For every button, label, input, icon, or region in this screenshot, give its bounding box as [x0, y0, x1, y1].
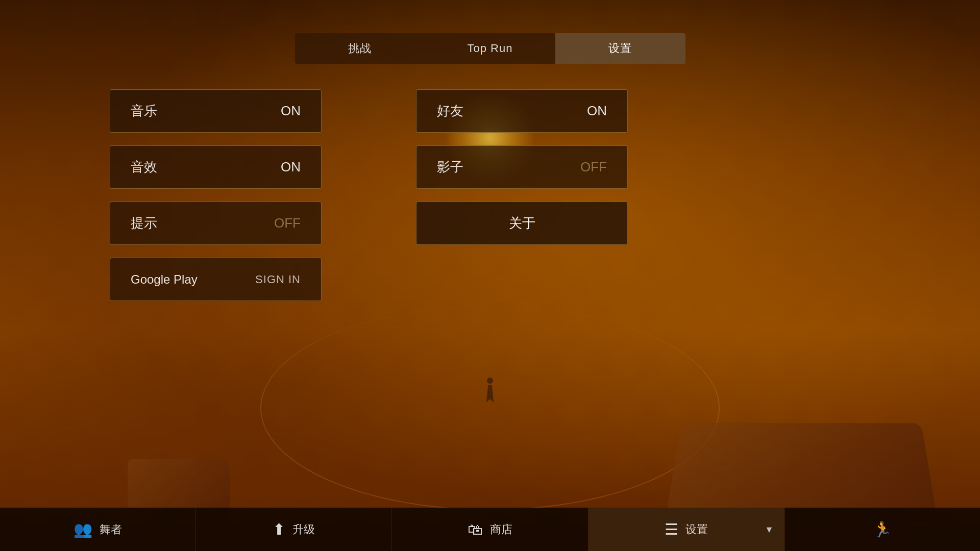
tab-challenge[interactable]: 挑战 [295, 33, 425, 64]
tab-toprun[interactable]: Top Run [425, 33, 555, 64]
shop-icon: 🛍 [468, 521, 483, 538]
nav-shop[interactable]: 🛍 商店 [392, 508, 588, 551]
about-label: 关于 [509, 214, 535, 232]
nav-runner[interactable]: 🏃 [785, 508, 980, 551]
friends-value: ON [587, 103, 607, 119]
dancers-label: 舞者 [100, 522, 122, 537]
dancers-icon: 👥 [74, 520, 92, 538]
shadow-value: OFF [580, 159, 607, 175]
shadow-label: 影子 [437, 158, 463, 176]
runner-icon: 🏃 [873, 520, 892, 538]
nav-dancers[interactable]: 👥 舞者 [0, 508, 196, 551]
sign-in-label: SIGN IN [255, 273, 301, 286]
bottom-nav: 👥 舞者 ⬆ 升级 🛍 商店 ☰ 设置 ▼ 🏃 [0, 508, 980, 551]
music-label: 音乐 [131, 102, 157, 120]
tips-label: 提示 [131, 214, 157, 232]
nav-upgrade[interactable]: ⬆ 升级 [196, 508, 392, 551]
tips-value: OFF [274, 215, 301, 231]
settings-nav-icon: ☰ [665, 520, 678, 538]
google-play-signin-button[interactable]: Google Play SIGN IN [110, 258, 322, 301]
nav-settings[interactable]: ☰ 设置 ▼ [589, 508, 785, 551]
settings-nav-label: 设置 [685, 522, 708, 537]
shop-label: 商店 [490, 522, 512, 537]
friends-toggle[interactable]: 好友 ON [416, 89, 628, 133]
google-play-label: Google Play [131, 272, 198, 287]
left-settings-col: 音乐 ON 音效 ON 提示 OFF Google Play SIGN IN [110, 89, 322, 301]
music-value: ON [281, 103, 301, 119]
tab-bar: 挑战 Top Run 设置 [295, 33, 685, 64]
sound-toggle[interactable]: 音效 ON [110, 145, 322, 189]
about-button[interactable]: 关于 [416, 202, 628, 245]
sound-value: ON [281, 159, 301, 175]
upgrade-icon: ⬆ [273, 520, 285, 538]
sound-label: 音效 [131, 158, 157, 176]
shadow-toggle[interactable]: 影子 OFF [416, 145, 628, 189]
upgrade-label: 升级 [292, 522, 315, 537]
dropdown-arrow-icon: ▼ [765, 524, 774, 535]
music-toggle[interactable]: 音乐 ON [110, 89, 322, 133]
tips-toggle[interactable]: 提示 OFF [110, 202, 322, 245]
tab-settings[interactable]: 设置 [555, 33, 685, 64]
right-settings-col: 好友 ON 影子 OFF 关于 [416, 89, 628, 245]
friends-label: 好友 [437, 102, 463, 120]
